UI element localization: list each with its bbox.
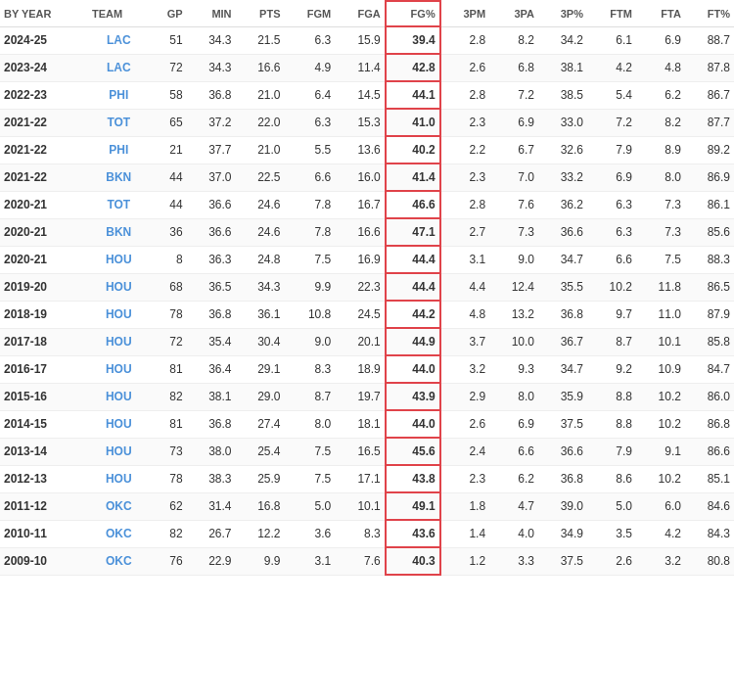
cell-tppct: 32.6	[538, 136, 587, 163]
cell-ftm: 5.0	[587, 492, 636, 520]
cell-year: 2016-17	[0, 355, 88, 383]
cell-tpa: 6.9	[489, 410, 538, 438]
cell-ftpct: 86.6	[685, 438, 734, 465]
cell-min: 22.9	[187, 547, 236, 575]
cell-ftm: 9.7	[587, 301, 636, 328]
cell-year: 2018-19	[0, 301, 88, 328]
cell-tpa: 7.3	[489, 218, 538, 246]
cell-ftm: 4.2	[587, 54, 636, 81]
cell-ftpct: 88.3	[685, 246, 734, 273]
cell-fta: 8.2	[636, 109, 685, 136]
cell-fgm: 9.9	[285, 273, 336, 301]
cell-year: 2021-22	[0, 136, 88, 163]
header-fta: FTA	[636, 1, 685, 26]
cell-gp: 8	[149, 246, 186, 273]
header-row: BY YEAR TEAM GP MIN PTS FGM FGA FG% 3PM …	[0, 1, 734, 26]
cell-team: OKC	[88, 547, 149, 575]
cell-fga: 20.1	[335, 328, 386, 355]
cell-fgm: 9.0	[285, 328, 336, 355]
cell-gp: 78	[149, 301, 186, 328]
cell-fta: 6.2	[636, 81, 685, 109]
cell-tpa: 6.7	[489, 136, 538, 163]
cell-fga: 16.5	[335, 438, 386, 465]
cell-ftm: 8.8	[587, 410, 636, 438]
cell-pts: 29.0	[236, 383, 285, 410]
cell-min: 34.3	[187, 26, 236, 54]
cell-ftpct: 86.0	[685, 383, 734, 410]
cell-min: 34.3	[187, 54, 236, 81]
table-row: 2015-16HOU8238.129.08.719.743.92.98.035.…	[0, 383, 734, 410]
cell-tpm: 2.3	[440, 465, 489, 492]
cell-gp: 36	[149, 218, 186, 246]
cell-ftm: 6.3	[587, 218, 636, 246]
cell-team: TOT	[88, 109, 149, 136]
cell-fgpct: 40.3	[386, 547, 440, 575]
cell-fgm: 8.0	[285, 410, 336, 438]
cell-team: LAC	[88, 26, 149, 54]
cell-team: HOU	[88, 246, 149, 273]
cell-pts: 29.1	[236, 355, 285, 383]
cell-tpm: 2.2	[440, 136, 489, 163]
cell-tppct: 35.9	[538, 383, 587, 410]
cell-fgm: 6.3	[285, 109, 336, 136]
cell-fta: 10.2	[636, 383, 685, 410]
cell-tpa: 7.2	[489, 81, 538, 109]
cell-ftm: 3.5	[587, 520, 636, 547]
cell-gp: 68	[149, 273, 186, 301]
cell-ftpct: 86.9	[685, 163, 734, 191]
cell-ftpct: 86.8	[685, 410, 734, 438]
cell-min: 36.4	[187, 355, 236, 383]
cell-fta: 9.1	[636, 438, 685, 465]
cell-tpm: 3.2	[440, 355, 489, 383]
cell-fgpct: 44.1	[386, 81, 440, 109]
cell-fga: 18.1	[335, 410, 386, 438]
cell-ftm: 8.8	[587, 383, 636, 410]
cell-ftpct: 84.3	[685, 520, 734, 547]
cell-year: 2017-18	[0, 328, 88, 355]
cell-min: 37.2	[187, 109, 236, 136]
table-row: 2013-14HOU7338.025.47.516.545.62.46.636.…	[0, 438, 734, 465]
cell-tpa: 3.3	[489, 547, 538, 575]
cell-ftm: 2.6	[587, 547, 636, 575]
cell-tpm: 2.8	[440, 191, 489, 218]
cell-ftpct: 88.7	[685, 26, 734, 54]
cell-team: BKN	[88, 218, 149, 246]
header-ftm: FTM	[587, 1, 636, 26]
cell-fga: 15.3	[335, 109, 386, 136]
cell-tpa: 6.2	[489, 465, 538, 492]
cell-fga: 18.9	[335, 355, 386, 383]
cell-tpm: 2.8	[440, 81, 489, 109]
table-row: 2012-13HOU7838.325.97.517.143.82.36.236.…	[0, 465, 734, 492]
cell-pts: 12.2	[236, 520, 285, 547]
cell-gp: 82	[149, 383, 186, 410]
cell-fgm: 7.5	[285, 246, 336, 273]
cell-team: TOT	[88, 191, 149, 218]
cell-fgpct: 46.6	[386, 191, 440, 218]
cell-gp: 21	[149, 136, 186, 163]
cell-fgm: 7.8	[285, 218, 336, 246]
cell-ftm: 10.2	[587, 273, 636, 301]
cell-fgm: 7.5	[285, 465, 336, 492]
cell-tppct: 39.0	[538, 492, 587, 520]
cell-fga: 11.4	[335, 54, 386, 81]
cell-fga: 16.7	[335, 191, 386, 218]
cell-tpa: 12.4	[489, 273, 538, 301]
cell-fga: 14.5	[335, 81, 386, 109]
cell-fta: 7.3	[636, 218, 685, 246]
header-fgm: FGM	[285, 1, 336, 26]
cell-tpa: 9.3	[489, 355, 538, 383]
cell-tpm: 1.4	[440, 520, 489, 547]
cell-fta: 10.2	[636, 465, 685, 492]
cell-fgpct: 41.0	[386, 109, 440, 136]
cell-tpa: 6.6	[489, 438, 538, 465]
cell-tppct: 36.2	[538, 191, 587, 218]
cell-fgpct: 40.2	[386, 136, 440, 163]
cell-fgm: 5.5	[285, 136, 336, 163]
cell-ftpct: 86.7	[685, 81, 734, 109]
cell-min: 37.0	[187, 163, 236, 191]
cell-fgm: 10.8	[285, 301, 336, 328]
cell-ftm: 8.7	[587, 328, 636, 355]
cell-ftm: 7.9	[587, 136, 636, 163]
header-3pm: 3PM	[440, 1, 489, 26]
cell-fgm: 3.6	[285, 520, 336, 547]
